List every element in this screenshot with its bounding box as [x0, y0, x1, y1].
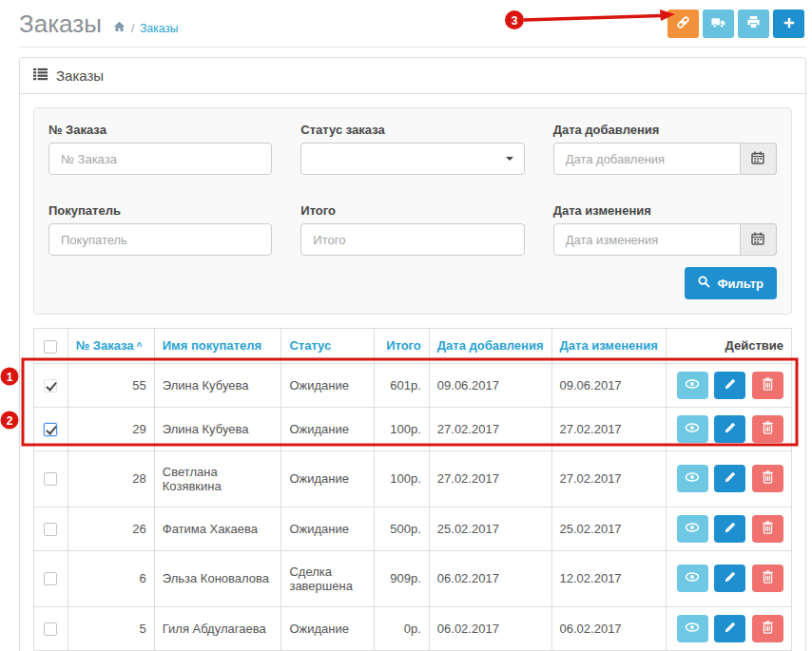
pencil-icon	[724, 521, 737, 537]
filter-group-status: Статус заказа	[300, 123, 524, 175]
table-row: 28 Светлана Козявкина Ожидание 100р. 27.…	[34, 450, 792, 507]
header-date-modified: Дата изменения	[551, 329, 666, 364]
select-all-header	[34, 329, 68, 364]
cell-total: 100р.	[374, 450, 429, 507]
table-header-row: № Заказа^ Имя покупателя Статус Итого Да…	[34, 329, 792, 364]
view-order-button[interactable]	[677, 372, 708, 399]
eye-icon	[685, 520, 700, 538]
delete-order-button[interactable]	[752, 515, 783, 543]
filter-button[interactable]: Фильтр	[685, 267, 777, 299]
cell-date-modified: 25.02.2017	[551, 507, 666, 550]
cell-date-added: 06.02.2017	[429, 550, 551, 606]
cell-date-added: 27.02.2017	[429, 407, 551, 450]
delete-order-button[interactable]	[752, 372, 783, 399]
delete-order-button[interactable]	[752, 465, 783, 492]
pencil-icon	[724, 421, 737, 437]
filter-well: № Заказа Статус заказа Дата добавления	[33, 107, 792, 315]
table-row: 6 Эльза Коновалова Сделка завершена 909р…	[34, 550, 792, 606]
cell-order-id: 6	[68, 550, 154, 606]
order-status-select[interactable]	[300, 143, 524, 175]
row-checkbox[interactable]	[44, 472, 57, 486]
panel-body: № Заказа Статус заказа Дата добавления	[20, 94, 805, 651]
select-all-checkbox[interactable]	[44, 340, 57, 354]
cell-status: Ожидание	[281, 606, 374, 650]
row-checkbox[interactable]	[44, 423, 57, 436]
cell-order-id: 26	[68, 507, 154, 550]
cell-customer: Гиля Абдулагаева	[154, 606, 281, 650]
sort-date-added-link[interactable]: Дата добавления	[437, 338, 544, 353]
row-checkbox[interactable]	[44, 572, 57, 585]
filter-button-label: Фильтр	[717, 277, 764, 291]
delete-order-button[interactable]	[752, 415, 783, 443]
home-icon[interactable]	[113, 21, 126, 35]
panel-title: Заказы	[56, 67, 104, 84]
order-status-label: Статус заказа	[300, 123, 524, 137]
pencil-icon	[724, 470, 737, 487]
delete-order-button[interactable]	[752, 565, 783, 592]
trash-icon	[762, 521, 774, 537]
cell-date-modified: 27.02.2017	[551, 450, 666, 507]
date-modified-calendar-button[interactable]	[741, 223, 777, 256]
edit-order-button[interactable]	[714, 372, 745, 399]
customer-input[interactable]	[48, 223, 272, 256]
annotation-callout-2	[1, 412, 19, 430]
copy-link-button[interactable]	[667, 10, 699, 38]
orders-panel: Заказы № Заказа Статус заказа Дата добав…	[19, 57, 806, 651]
pencil-icon	[724, 570, 737, 586]
cell-status: Ожидание	[281, 507, 374, 550]
header-status: Статус	[281, 329, 374, 364]
date-added-calendar-button[interactable]	[741, 143, 777, 175]
cell-date-modified: 06.02.2017	[551, 606, 666, 650]
view-order-button[interactable]	[677, 615, 708, 642]
table-row: 29 Элина Кубуева Ожидание 100р. 27.02.20…	[34, 407, 792, 450]
shipping-button[interactable]	[703, 10, 734, 38]
row-checkbox[interactable]	[44, 379, 57, 393]
view-order-button[interactable]	[677, 465, 708, 492]
date-added-input[interactable]	[553, 143, 741, 175]
filter-group-order-id: № Заказа	[48, 123, 272, 175]
table-row: 5 Гиля Абдулагаева Ожидание 0р. 06.02.20…	[34, 606, 792, 650]
total-label: Итого	[300, 203, 524, 218]
eye-icon	[685, 569, 700, 587]
list-icon	[33, 67, 48, 84]
sort-asc-indicator: ^	[137, 341, 143, 352]
edit-order-button[interactable]	[714, 565, 745, 592]
cell-status: Сделка завершена	[281, 550, 374, 606]
view-order-button[interactable]	[677, 415, 708, 443]
sort-date-modified-link[interactable]: Дата изменения	[560, 338, 658, 353]
search-icon	[698, 276, 710, 291]
edit-order-button[interactable]	[714, 415, 745, 443]
annotation-callout-1-label: 1	[7, 371, 13, 384]
sort-status-link[interactable]: Статус	[289, 338, 331, 353]
row-checkbox[interactable]	[44, 622, 57, 636]
order-id-input[interactable]	[48, 143, 272, 175]
breadcrumb-separator: /	[131, 22, 134, 35]
cell-date-added: 09.06.2017	[429, 363, 551, 407]
cell-total: 100р.	[374, 407, 429, 450]
delete-order-button[interactable]	[752, 615, 783, 642]
sort-customer-link[interactable]: Имя покупателя	[163, 338, 261, 353]
edit-order-button[interactable]	[714, 615, 745, 642]
annotation-callout-2-label: 2	[7, 414, 13, 428]
cell-date-added: 06.02.2017	[429, 606, 551, 650]
total-input[interactable]	[300, 223, 524, 256]
date-modified-input[interactable]	[553, 223, 741, 256]
edit-order-button[interactable]	[714, 465, 745, 492]
sort-order-id-link[interactable]: № Заказа^	[76, 338, 143, 353]
breadcrumb: / Заказы	[113, 21, 178, 35]
cell-customer: Фатима Хакаева	[154, 507, 281, 550]
edit-order-button[interactable]	[714, 515, 745, 543]
filter-actions: Фильтр	[48, 267, 777, 299]
header-toolbar	[667, 10, 804, 38]
breadcrumb-link-orders[interactable]: Заказы	[140, 22, 178, 35]
view-order-button[interactable]	[677, 515, 708, 543]
add-order-button[interactable]	[773, 10, 804, 38]
view-order-button[interactable]	[677, 565, 708, 592]
cell-date-modified: 09.06.2017	[551, 363, 666, 407]
row-checkbox[interactable]	[44, 523, 57, 536]
print-button[interactable]	[738, 10, 769, 38]
customer-label: Покупатель	[48, 203, 272, 218]
add-icon	[783, 16, 796, 32]
orders-table: № Заказа^ Имя покупателя Статус Итого Да…	[33, 328, 792, 651]
sort-total-link[interactable]: Итого	[386, 338, 421, 353]
